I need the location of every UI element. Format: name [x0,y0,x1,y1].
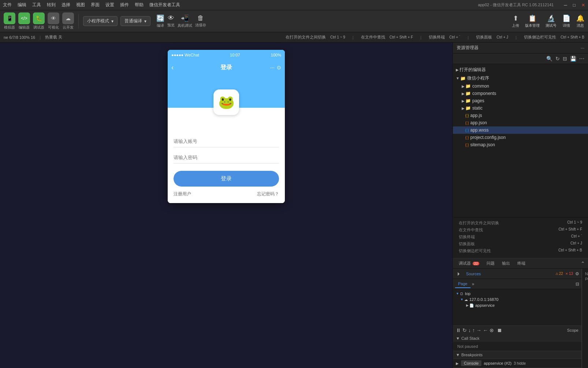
file-app-js[interactable]: ▶ { } app.js [453,112,588,119]
cloud-btn[interactable]: ☁ 云开发 [62,12,74,30]
menu-interface[interactable]: 界面 [91,2,100,8]
password-input[interactable] [174,152,279,163]
menu-settings[interactable]: 设置 [105,2,114,8]
breakpoints-title: Breakpoints [461,353,483,357]
simulator-btn[interactable]: 📱 模拟器 [4,12,15,30]
step-out-btn[interactable]: ↑ [472,327,475,333]
sources-settings-icon[interactable]: ⚙ [575,271,579,276]
file-app-json[interactable]: ▶ { } app.json [453,119,588,126]
open-editors-section[interactable]: ▶ 打开的编辑器 [453,66,588,74]
menu-wechat-tools[interactable]: 微信开发者工具 [149,2,180,8]
message-btn[interactable]: 🔔 消息 [576,14,584,28]
right-panel-top: 资源管理器 ··· 🔍 ↻ ⊟ 💾 ⋯ ▶ 打开的编辑器 [453,43,588,258]
project-section[interactable]: ▼ 📁 微信小程序 [453,74,588,82]
warning-count: 22 [559,272,563,276]
step-over-btn[interactable]: ↻ [462,327,467,333]
file-manager-title: 资源管理器 [457,45,479,51]
file-sitemap-json[interactable]: ▶ { } sitemap.json [453,141,588,148]
menu-help[interactable]: 帮助 [135,2,144,8]
error-count: 13 [569,272,573,276]
version-btn[interactable]: 📋 版本管理 [525,14,540,28]
breakpoints-header[interactable]: ▼ Breakpoints [453,351,581,358]
menu-goto[interactable]: 转到 [47,2,56,8]
menu-edit[interactable]: 编辑 [18,2,26,8]
callstack-header[interactable]: ▼ Call Stack [453,335,581,342]
sources-server-item[interactable]: ▼ ☁ 127.0.0.1:16870 [453,297,581,302]
visual-btn[interactable]: 👁 可视化 [48,12,59,30]
close-btn[interactable]: ✕ [581,3,585,8]
shortcut-find-hint: 在文件中查找 [459,227,483,233]
sources-server-label: 127.0.0.1:16870 [469,297,499,302]
menu-bar: 文件 编辑 工具 转到 选择 视图 界面 设置 插件 帮助 微信开发者工具 ap… [0,0,588,10]
sources-top-item[interactable]: ▼ 🗋 top [453,291,581,297]
login-button[interactable]: 登录 [174,171,279,187]
pause-exec-btn[interactable]: ⏸ [456,327,461,333]
clear-cache-btn[interactable]: 🗑 清缓存 [195,14,206,28]
hot-reload-toggle[interactable]: 热重载 关 [45,34,62,40]
minimize-btn[interactable]: ─ [564,3,567,8]
tab-debugger[interactable]: 调试器 22 [456,259,482,268]
forgot-link[interactable]: 忘记密码？ [257,191,279,197]
collapse-icon[interactable]: ⊟ [562,55,568,62]
shortcut-sidebar-key: Ctrl + Shift + B [561,35,584,39]
page-settings-icon[interactable]: ⊟ [576,281,579,287]
folder-common[interactable]: ▶ 📁 common [453,82,588,90]
console-btn[interactable]: Console [461,360,481,366]
file-app-wxss[interactable]: ▶ { } app.wxss [453,126,588,134]
file-project-config[interactable]: ▶ { } project.config.json [453,134,588,141]
editor-btn[interactable]: </> 编辑器 [18,12,30,30]
main-toolbar: 📱 模拟器 </> 编辑器 🐛 调试器 👁 可视化 ☁ 云开发 小程序模式 ▾ … [0,10,588,32]
step-btn[interactable]: → [476,327,481,333]
step-into-btn[interactable]: ↓ [468,327,471,333]
upload-btn[interactable]: ⬆ 上传 [512,14,519,28]
menu-tools[interactable]: 工具 [32,2,41,8]
hidden-count: 3 hidde [514,361,526,365]
phone-carrier: ●●●●● WeChat [171,53,199,57]
tab-issues[interactable]: 问题 [484,259,498,268]
more-exec-btn[interactable]: ⏹ [497,327,502,333]
search-icon[interactable]: 🔍 [546,55,553,62]
file-panel-icon-toolbar: 🔍 ↻ ⊟ 💾 ⋯ [453,54,588,64]
devtools-expand-icon[interactable]: ⌃ [581,261,585,266]
page-tab[interactable]: Page [455,280,470,288]
sources-appservice-item[interactable]: ▶ 📄 appservice [453,302,581,308]
phone-body: 登录 注册用户 忘记密码？ [168,130,285,203]
register-link[interactable]: 注册用户 [174,191,191,197]
phone-more-icon[interactable]: ··· [270,65,275,70]
save-icon[interactable]: 💾 [569,55,577,62]
phone-back-icon[interactable]: ‹ [171,64,174,71]
sources-appservice-label: appservice [475,303,495,308]
compile-btn[interactable]: 🔄 编译 [156,14,164,28]
folder-static[interactable]: ▶ 📁 static [453,104,588,112]
maximize-btn[interactable]: □ [573,3,576,8]
menu-select[interactable]: 选择 [62,2,70,8]
deactivate-breakpoints-btn[interactable]: ⊗ [490,327,494,333]
shortcut-terminal-label: 切换终端 [429,34,445,40]
compile-dropdown[interactable]: 普通编译 ▾ [120,16,150,26]
more-tabs-btn[interactable]: » [470,280,476,288]
menu-file[interactable]: 文件 [3,2,12,8]
file-manager-menu-icon[interactable]: ··· [581,45,584,51]
folder-components-label: components [472,91,496,96]
shortcut-find-label: 在文件中查找 [361,34,385,40]
folder-components[interactable]: ▶ 📁 components [453,90,588,97]
test-btn[interactable]: 🔬 测试号 [546,14,557,28]
phone-action-icon[interactable]: ⊙ [277,65,281,70]
menu-plugins[interactable]: 插件 [120,2,129,8]
refresh-icon[interactable]: ↻ [555,55,561,62]
mode-dropdown[interactable]: 小程序模式 ▾ [83,16,118,26]
menu-view[interactable]: 视图 [76,2,85,8]
more-icon[interactable]: ⋯ [578,55,585,62]
tab-output[interactable]: 输出 [499,259,513,268]
console-expand-icon[interactable]: ▶ [456,361,459,365]
debugger-btn[interactable]: 🐛 调试器 [33,12,45,30]
folder-pages[interactable]: ▶ 📁 pages [453,97,588,104]
step-back-btn[interactable]: ← [483,327,488,333]
username-input[interactable] [174,136,279,147]
detail-btn[interactable]: 📄 详情 [562,14,570,28]
preview-btn[interactable]: 👁 预览 [167,14,175,28]
secondary-toolbar: ne 6/7/8 100% 16 | 热重载 关 在打开的文件之间切换 Ctrl… [0,32,588,43]
sources-pause-btn[interactable]: ⏵ [455,270,462,277]
real-machine-btn[interactable]: 📲 真机调试 [178,14,192,28]
tab-terminal[interactable]: 终端 [514,259,528,268]
